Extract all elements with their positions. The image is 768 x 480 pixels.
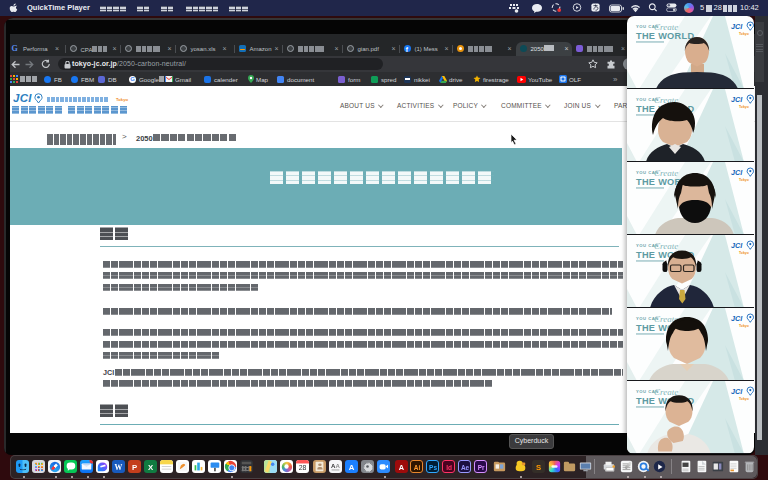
- svg-text:Create: Create: [654, 22, 678, 32]
- svg-text:Tokyo: Tokyo: [739, 32, 749, 36]
- svg-text:Tokyo: Tokyo: [739, 397, 749, 401]
- svg-text:Create: Create: [654, 241, 678, 251]
- svg-text:JCI: JCI: [731, 168, 743, 177]
- svg-text:JCI: JCI: [731, 387, 743, 396]
- svg-text:Create: Create: [654, 387, 678, 397]
- svg-text:JCI: JCI: [731, 22, 743, 31]
- svg-text:JCI: JCI: [731, 314, 743, 323]
- svg-text:Tokyo: Tokyo: [739, 251, 749, 255]
- svg-text:THE WORLD: THE WORLD: [636, 31, 694, 41]
- svg-text:JCI: JCI: [731, 241, 743, 250]
- svg-text:JCI: JCI: [731, 95, 743, 104]
- svg-text:Tokyo: Tokyo: [739, 178, 749, 182]
- svg-text:Tokyo: Tokyo: [739, 105, 749, 109]
- svg-text:Tokyo: Tokyo: [739, 324, 749, 328]
- svg-text:Create: Create: [654, 168, 678, 178]
